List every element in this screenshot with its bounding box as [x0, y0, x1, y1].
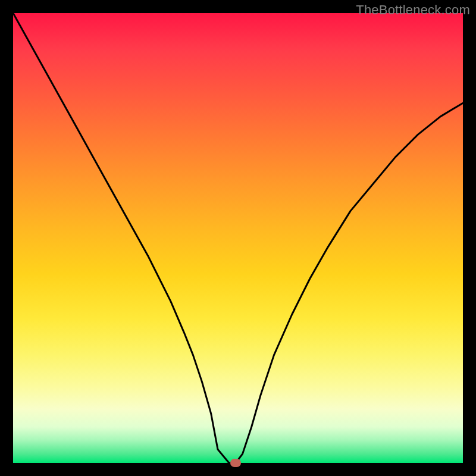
optimum-marker [230, 459, 241, 467]
watermark-text: TheBottleneck.com [356, 2, 470, 18]
bottleneck-curve [13, 13, 463, 463]
